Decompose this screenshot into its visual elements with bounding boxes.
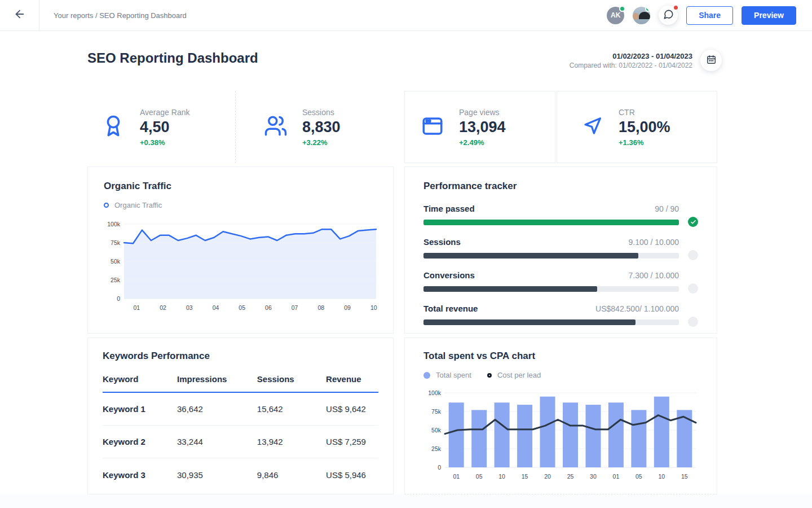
- cell-keyword: Keyword 2: [103, 437, 177, 446]
- breadcrumb[interactable]: Your reports / SEO Reporting Dashboard: [54, 11, 187, 20]
- svg-text:09: 09: [344, 304, 351, 311]
- legend-ring-icon: [487, 373, 492, 378]
- share-button[interactable]: Share: [686, 6, 733, 25]
- kpi-card-sessions[interactable]: Sessions 8,830 +3.22%: [235, 91, 394, 163]
- column-header: Revenue: [326, 374, 378, 384]
- cell-revenue: US$ 9,642: [326, 404, 378, 414]
- cell-revenue: US$ 7,259: [326, 437, 378, 446]
- cell-sessions: 9,846: [257, 470, 326, 480]
- tracker-row-main: Time passed 90 / 90: [423, 204, 679, 225]
- tracker-status: [688, 283, 698, 294]
- organic-traffic-widget[interactable]: Organic Traffic Organic Traffic 100k75k5…: [87, 167, 394, 334]
- legend-ring-icon: [104, 203, 109, 208]
- cell-revenue: US$ 5,946: [326, 470, 378, 480]
- total-spent-cpa-widget[interactable]: Total spent vs CPA chart Total spent Cos…: [404, 338, 717, 494]
- total-spent-cpa-chart: 100k75k50k25k00105101520253001051015: [423, 386, 699, 480]
- widget-grid: Organic Traffic Organic Traffic 100k75k5…: [87, 167, 722, 494]
- legend-dot-icon: [423, 372, 430, 379]
- kpi-text: Average Rank 4,50 +0.38%: [140, 108, 189, 147]
- column-header: Sessions: [257, 374, 326, 384]
- kpi-delta: +2.49%: [459, 138, 506, 147]
- progress-fill: [423, 220, 679, 225]
- kpi-card-average-rank[interactable]: Average Rank 4,50 +0.38%: [87, 91, 235, 163]
- svg-text:05: 05: [239, 304, 245, 311]
- chat-bubble-icon: [663, 9, 674, 22]
- progress-track: [423, 319, 679, 325]
- table-row[interactable]: Keyword 2 33,244 13,942 US$ 7,259: [103, 426, 378, 458]
- tracker-label: Conversions: [423, 270, 475, 280]
- kpi-card-ctr[interactable]: CTR 15,00% +1.36%: [557, 91, 717, 163]
- report-canvas: SEO Reporting Dashboard 01/02/2023 - 01/…: [0, 31, 812, 494]
- chat-button[interactable]: [659, 6, 678, 25]
- performance-tracker-widget[interactable]: Performance tracker Time passed 90 / 90: [404, 167, 717, 334]
- date-range-value: 01/02/2023 - 01/04/2023: [570, 52, 692, 60]
- share-button-label: Share: [699, 11, 721, 20]
- progress-track: [423, 253, 679, 259]
- date-range-text: 01/02/2023 - 01/04/2023 Compared with: 0…: [570, 52, 692, 69]
- kpi-text: CTR 15,00% +1.36%: [619, 108, 670, 147]
- back-button[interactable]: [0, 0, 39, 31]
- preview-button-label: Preview: [754, 11, 784, 20]
- table-header-row: Keyword Impressions Sessions Revenue: [103, 374, 378, 393]
- tracker-status: [688, 250, 698, 260]
- avatar-initials-label: AK: [611, 11, 620, 19]
- pending-circle-icon: [688, 250, 698, 260]
- kpi-value: 15,00%: [619, 119, 670, 136]
- tracker-label: Total revenue: [423, 304, 478, 313]
- organic-traffic-chart: 100k75k50k25k001020304050607080910: [104, 216, 378, 313]
- svg-text:06: 06: [265, 304, 272, 311]
- pending-circle-icon: [688, 283, 698, 294]
- cpa-legend: Total spent Cost per lead: [423, 371, 698, 379]
- notification-dot: [673, 5, 679, 11]
- svg-text:03: 03: [186, 304, 193, 311]
- date-compared-value: Compared with: 01/02/2022 - 01/04/2022: [570, 62, 692, 69]
- tracker-value: 9.100 / 10.000: [628, 238, 679, 247]
- avatar-photo-face: [633, 13, 639, 20]
- svg-text:01: 01: [134, 304, 140, 311]
- date-picker-button[interactable]: [700, 50, 722, 71]
- tracker-status: [688, 317, 698, 327]
- legend-item: Total spent: [423, 371, 471, 379]
- top-bar: Your reports / SEO Reporting Dashboard A…: [0, 0, 812, 31]
- legend-label: Organic Traffic: [114, 201, 162, 209]
- kpi-label: Average Rank: [140, 108, 189, 117]
- legend-label: Cost per lead: [497, 371, 541, 379]
- svg-text:100k: 100k: [428, 389, 442, 396]
- svg-text:10: 10: [498, 473, 505, 480]
- keywords-performance-widget[interactable]: Keywords Performance Keyword Impressions…: [87, 338, 394, 494]
- browser-icon: [421, 114, 444, 140]
- svg-text:25k: 25k: [431, 445, 442, 452]
- kpi-delta: +0.38%: [140, 138, 189, 147]
- avatar-photo[interactable]: [633, 7, 650, 24]
- tracker-value: US$842.500/ 1.100.000: [595, 304, 679, 313]
- svg-text:30: 30: [590, 473, 597, 480]
- kpi-card-page-views[interactable]: Page views 13,094 +2.49%: [404, 91, 555, 163]
- tracker-value: 90 / 90: [655, 204, 679, 213]
- svg-text:08: 08: [317, 304, 324, 311]
- tracker-label: Sessions: [423, 237, 461, 247]
- svg-text:01: 01: [613, 473, 620, 480]
- svg-text:15: 15: [522, 473, 528, 480]
- cursor-icon: [581, 115, 604, 139]
- table-row[interactable]: Keyword 3 30,935 9,846 US$ 5,946: [103, 458, 378, 491]
- table-row[interactable]: Keyword 1 36,642 15,642 US$ 9,642: [103, 393, 378, 426]
- report-header: SEO Reporting Dashboard 01/02/2023 - 01/…: [87, 50, 722, 71]
- preview-button[interactable]: Preview: [742, 6, 796, 25]
- kpi-value: 13,094: [459, 119, 506, 136]
- avatar-initials[interactable]: AK: [607, 7, 624, 24]
- cell-impressions: 30,935: [177, 470, 257, 480]
- pending-circle-icon: [688, 317, 698, 327]
- canvas-bottom-margin: [0, 494, 812, 508]
- tracker-row: Time passed 90 / 90: [423, 204, 698, 225]
- svg-text:0: 0: [117, 295, 120, 302]
- widget-title: Keywords Performance: [103, 351, 378, 362]
- tracker-row: Conversions 7.300 / 10.000: [423, 270, 698, 292]
- svg-text:25: 25: [567, 473, 574, 480]
- svg-text:75k: 75k: [431, 408, 442, 415]
- svg-text:10: 10: [370, 304, 377, 311]
- calendar-icon: [706, 54, 717, 67]
- svg-text:100k: 100k: [107, 221, 121, 227]
- kpi-label: Page views: [459, 108, 506, 117]
- kpi-value: 4,50: [140, 119, 189, 136]
- keywords-table: Keyword Impressions Sessions Revenue Key…: [103, 374, 378, 491]
